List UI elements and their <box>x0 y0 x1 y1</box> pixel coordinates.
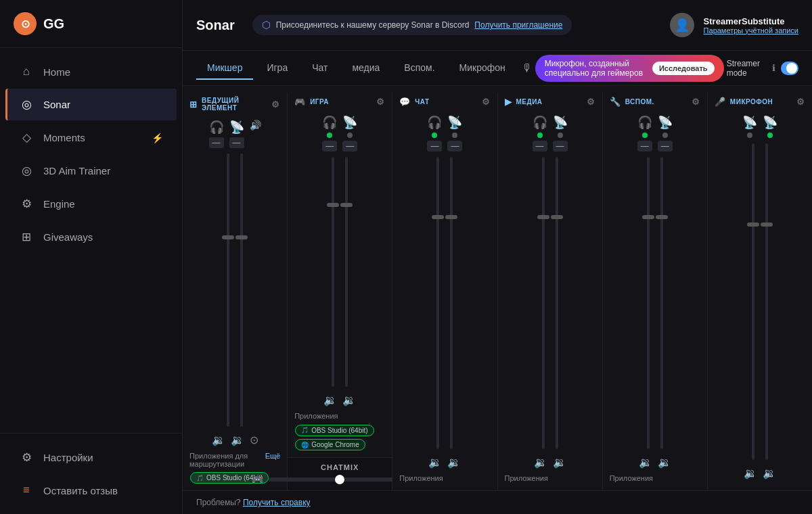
game-fader-thumb-1[interactable] <box>327 203 339 207</box>
master-apps-text: Приложения для маршрутизации <box>189 452 265 468</box>
game-obs-tag: 🎵 OBS Studio (64bit) <box>295 425 374 436</box>
game-fader-area <box>288 154 392 390</box>
mic-promo-icon: 🎙 <box>522 62 533 74</box>
chat-vol2-icon[interactable]: 🔉 <box>447 456 461 469</box>
aux-fader-thumb-1[interactable] <box>642 215 654 219</box>
account-settings-link[interactable]: Параметры учётной записи <box>704 26 798 34</box>
media-vol-icon[interactable]: 🔉 <box>534 456 547 469</box>
aux-minus2-btn[interactable]: — <box>658 141 673 151</box>
aux-speaker-icon: 📡 <box>658 115 673 130</box>
chat-fader-thumb-2[interactable] <box>445 215 457 219</box>
aux-gear-icon[interactable]: ⚙ <box>692 97 700 107</box>
master-minus2-btn[interactable]: — <box>229 137 244 148</box>
game-fader-thumb-2[interactable] <box>340 203 353 207</box>
moments-badge: ⚡ <box>152 133 163 143</box>
mic-fader-area <box>708 141 812 463</box>
tab-game[interactable]: Игра <box>256 57 298 80</box>
chat-minus-btn[interactable]: — <box>427 141 442 151</box>
feedback-icon: ≡ <box>19 484 34 497</box>
mic-vol-icon[interactable]: 🔉 <box>744 467 757 480</box>
tab-chat[interactable]: Чат <box>301 57 338 80</box>
master-fader-thumb-1[interactable] <box>222 235 234 239</box>
user-info: StreamerSubstitute Параметры учётной зап… <box>704 16 798 34</box>
mic-fader-thumb-2[interactable] <box>761 223 773 227</box>
page-title: Sonar <box>196 18 235 33</box>
chat-minus2-btn[interactable]: — <box>447 141 462 151</box>
sidebar-item-moments[interactable]: ◇ Moments ⚡ <box>5 122 177 154</box>
game-dot-2 <box>347 133 353 138</box>
game-gear-icon[interactable]: ⚙ <box>376 97 385 107</box>
game-speaker-ctrl: 📡 — <box>342 115 357 151</box>
media-vol2-icon[interactable]: 🔉 <box>553 456 566 469</box>
aux-headphone-ctrl: 🎧 — <box>637 115 652 151</box>
media-minus2-btn[interactable]: — <box>553 141 568 151</box>
master-headphone-ctrl: 🎧 — <box>209 120 224 148</box>
game-header-icon: 🎮 <box>294 97 306 107</box>
game-minus-btn[interactable]: — <box>322 141 337 151</box>
media-gear-icon[interactable]: ⚙ <box>587 97 595 107</box>
mic-vol2-icon[interactable]: 🔉 <box>763 467 776 480</box>
chat-headphone-icon: 🎧 <box>427 115 442 130</box>
aux-fader-track-2 <box>660 157 663 449</box>
aux-volume-row: 🎧 — 📡 — <box>603 110 707 154</box>
sidebar-item-giveaways[interactable]: ⊞ Giveaways <box>5 221 177 253</box>
sidebar-item-aim-trainer[interactable]: ◎ 3D Aim Trainer <box>5 155 177 187</box>
help-link[interactable]: Получить справку <box>243 498 311 507</box>
sidebar-item-home[interactable]: ⌂ Home <box>5 56 177 87</box>
link-icon[interactable]: ⊙ <box>250 434 258 446</box>
tab-mic[interactable]: Микрофон <box>449 57 516 80</box>
channel-game: 🎮 ИГРА ⚙ 🎧 — 📡 — <box>288 93 392 490</box>
discord-link[interactable]: Получить приглашение <box>474 20 562 30</box>
mic-fader-thumb-1[interactable] <box>747 223 759 227</box>
aux-vol-icon[interactable]: 🔉 <box>639 456 652 469</box>
media-fader-thumb-1[interactable] <box>537 215 549 219</box>
channel-media: ▶ МЕДИА ⚙ 🎧 — 📡 — <box>498 93 603 490</box>
channel-header-media: ▶ МЕДИА ⚙ <box>498 93 602 110</box>
aux-fader-track-1 <box>647 157 650 449</box>
game-chrome-tag: 🌐 Google Chrome <box>295 439 365 450</box>
game-vol-icon[interactable]: 🔉 <box>323 394 337 406</box>
mic-bottom-controls: 🔉 🔉 <box>708 463 812 482</box>
game-apps-label: Приложения <box>294 412 385 420</box>
game-minus2-btn[interactable]: — <box>342 141 357 151</box>
aux-minus-btn[interactable]: — <box>637 141 652 151</box>
media-fader-thumb-2[interactable] <box>551 215 563 219</box>
master-apps-more[interactable]: Ещё <box>265 452 281 468</box>
sidebar-item-feedback[interactable]: ≡ Оставить отзыв <box>5 475 177 506</box>
streamer-mode-toggle[interactable] <box>781 62 798 75</box>
volume-icon[interactable]: 🔉 <box>212 434 225 446</box>
media-dot-1 <box>537 133 543 138</box>
header: Sonar ⬡ Присоединитесь к нашему серверу … <box>183 0 812 51</box>
explore-button[interactable]: Исследовать <box>652 62 715 75</box>
chat-fader-thumb-1[interactable] <box>432 215 444 219</box>
mixer-content: ⊞ ВЕДУЩИЙ ЭЛЕМЕНТ ⚙ 🎧 — 📡 — 🔊 <box>183 86 812 490</box>
sidebar-item-label: Giveaways <box>43 231 93 243</box>
chatmix-track[interactable] <box>269 477 411 482</box>
master-fader-thumb-2[interactable] <box>235 235 248 239</box>
discord-text: Присоединитесь к нашему серверу Sonar в … <box>276 20 470 30</box>
extra-icon: 🔊 <box>250 120 261 131</box>
game-apps-section: Приложения 🎵 OBS Studio (64bit) 🌐 Google… <box>288 409 392 457</box>
aux-vol2-icon[interactable]: 🔉 <box>658 456 671 469</box>
chat-vol-icon[interactable]: 🔉 <box>428 456 442 469</box>
mic-gear-icon[interactable]: ⚙ <box>796 97 805 107</box>
sidebar-bottom: ⚙ Настройки ≡ Оставить отзыв <box>0 433 182 514</box>
tab-media[interactable]: медиа <box>341 57 390 80</box>
channel-header-game: 🎮 ИГРА ⚙ <box>288 93 392 110</box>
mic-active-icon: 📡 <box>763 115 777 130</box>
master-minus-btn[interactable]: — <box>209 137 224 148</box>
master-gear-icon[interactable]: ⚙ <box>271 99 280 110</box>
tab-mixer[interactable]: Микшер <box>196 57 253 80</box>
game-vol2-icon[interactable]: 🔉 <box>342 394 356 406</box>
sidebar-item-sonar[interactable]: ◎ Sonar <box>5 89 177 120</box>
chat-gear-icon[interactable]: ⚙ <box>482 97 491 107</box>
media-minus-btn[interactable]: — <box>533 141 547 151</box>
media-headphone-icon: 🎧 <box>533 115 547 130</box>
volume2-icon[interactable]: 🔉 <box>231 434 244 446</box>
aux-fader-thumb-2[interactable] <box>656 215 668 219</box>
tab-aux[interactable]: Вспом. <box>393 57 445 80</box>
media-speaker-ctrl: 📡 — <box>553 115 568 151</box>
sidebar-item-settings[interactable]: ⚙ Настройки <box>5 442 177 473</box>
chatmix-thumb[interactable] <box>335 475 344 484</box>
sidebar-item-engine[interactable]: ⚙ Engine <box>5 188 177 220</box>
